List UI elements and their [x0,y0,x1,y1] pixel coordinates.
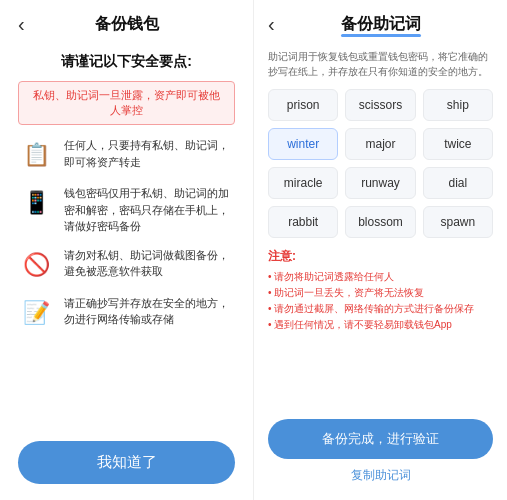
word-scissors: scissors [345,89,415,121]
security-item-4: 📝 请正确抄写并存放在安全的地方，勿进行网络传输或存储 [18,295,235,331]
right-header: ‹ 备份助记词 [268,0,493,41]
section-heading: 请谨记以下安全要点: [61,53,192,71]
copy-mnemonic-button[interactable]: 复制助记词 [351,467,411,484]
word-blossom: blossom [345,206,415,238]
left-panel-title: 备份钱包 [95,14,159,35]
transfer-icon: 📋 [18,137,54,173]
right-back-button[interactable]: ‹ [268,13,275,36]
notes-section: 注意: 请勿将助记词透露给任何人 助记词一旦丢失，资产将无法恢复 请勿通过截屏、… [268,248,493,333]
write-icon: 📝 [18,295,54,331]
confirm-button[interactable]: 我知道了 [18,441,235,484]
left-back-button[interactable]: ‹ [18,13,25,36]
left-bottom: 我知道了 [18,441,235,484]
word-spawn: spawn [423,206,493,238]
security-item-2: 📱 钱包密码仅用于私钥、助记词的加密和解密，密码只存储在手机上，请做好密码备份 [18,185,235,235]
note-1: 请勿将助记词透露给任何人 [268,269,493,285]
notes-title: 注意: [268,248,493,265]
security-item-3: 🚫 请勿对私钥、助记词做截图备份，避免被恶意软件获取 [18,247,235,283]
security-text-2: 钱包密码仅用于私钥、助记词的加密和解密，密码只存储在手机上，请做好密码备份 [64,185,235,235]
word-rabbit: rabbit [268,206,338,238]
word-dial: dial [423,167,493,199]
word-major: major [345,128,415,160]
note-4: 遇到任何情况，请不要轻易卸载钱包App [268,317,493,333]
right-bottom: 备份完成，进行验证 复制助记词 [268,419,493,484]
warning-banner: 私钥、助记词一旦泄露，资产即可被他人掌控 [18,81,235,125]
right-panel: ‹ 备份助记词 助记词用于恢复钱包或重置钱包密码，将它准确的抄写在纸上，并存放在… [253,0,507,500]
mnemonic-desc: 助记词用于恢复钱包或重置钱包密码，将它准确的抄写在纸上，并存放在只有你知道的安全… [268,49,493,79]
phone-icon: 📱 [18,185,54,221]
security-text-3: 请勿对私钥、助记词做截图备份，避免被恶意软件获取 [64,247,235,280]
security-text-1: 任何人，只要持有私钥、助记词，即可将资产转走 [64,137,235,170]
security-item-1: 📋 任何人，只要持有私钥、助记词，即可将资产转走 [18,137,235,173]
word-winter: winter [268,128,338,160]
security-text-4: 请正确抄写并存放在安全的地方，勿进行网络传输或存储 [64,295,235,328]
word-twice: twice [423,128,493,160]
left-header: ‹ 备份钱包 [18,0,235,45]
word-runway: runway [345,167,415,199]
screenshot-icon: 🚫 [18,247,54,283]
right-title-container: 备份助记词 [341,14,421,35]
note-3: 请勿通过截屏、网络传输的方式进行备份保存 [268,301,493,317]
left-panel: ‹ 备份钱包 请谨记以下安全要点: 私钥、助记词一旦泄露，资产即可被他人掌控 📋… [0,0,253,500]
word-miracle: miracle [268,167,338,199]
right-panel-title: 备份助记词 [341,15,421,32]
word-prison: prison [268,89,338,121]
mnemonic-grid: prison scissors ship winter major twice … [268,89,493,238]
title-underline [341,34,421,37]
word-ship: ship [423,89,493,121]
note-2: 助记词一旦丢失，资产将无法恢复 [268,285,493,301]
verify-button[interactable]: 备份完成，进行验证 [268,419,493,459]
